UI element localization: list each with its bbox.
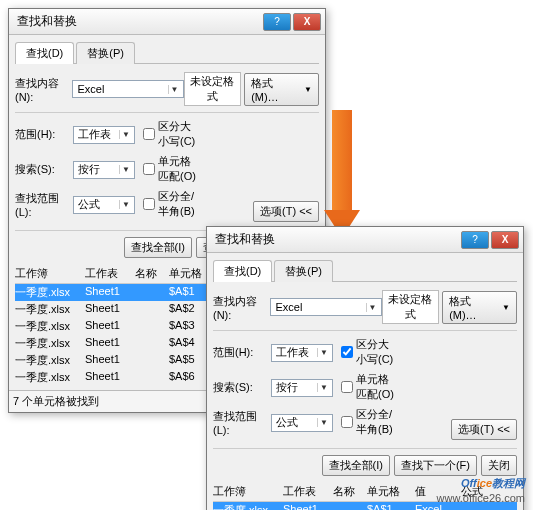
find-replace-dialog-2: 查找和替换 ? X 查找(D) 替换(P) 查找内容(N): Excel ▼ 未… [206,226,524,510]
fullhalf-checkbox[interactable]: 区分全/半角(B) [143,189,201,219]
chevron-down-icon[interactable]: ▼ [366,303,379,312]
titlebar[interactable]: 查找和替换 ? X [207,227,523,253]
tab-find[interactable]: 查找(D) [213,260,272,282]
match-case-checkbox[interactable]: 区分大小写(C) [143,119,201,149]
help-icon[interactable]: ? [461,231,489,249]
entire-cell-checkbox[interactable]: 单元格匹配(O) [143,154,201,184]
format-preview: 未设定格式 [382,290,440,324]
find-all-button[interactable]: 查找全部(I) [322,455,390,476]
match-case-checkbox[interactable]: 区分大小写(C) [341,337,399,367]
find-what-label: 查找内容(N): [15,76,72,103]
scope-label: 范围(H): [15,127,73,142]
find-all-button[interactable]: 查找全部(I) [124,237,192,258]
close-icon[interactable]: X [293,13,321,31]
chevron-down-icon[interactable]: ▼ [168,85,181,94]
search-select[interactable]: 按行▼ [73,161,135,179]
scope-select[interactable]: 工作表▼ [73,126,135,144]
format-button[interactable]: 格式(M)…▼ [244,73,319,106]
dialog-title: 查找和替换 [211,231,459,248]
tab-row: 查找(D) 替换(P) [213,259,517,282]
format-preview: 未设定格式 [184,72,242,106]
find-what-label: 查找内容(N): [213,294,270,321]
watermark: Office教程网 www.office26.com [437,469,525,504]
tab-replace[interactable]: 替换(P) [76,42,135,64]
help-icon[interactable]: ? [263,13,291,31]
format-button[interactable]: 格式(M)…▼ [442,291,517,324]
titlebar[interactable]: 查找和替换 ? X [9,9,325,35]
scope-label: 范围(H): [213,345,271,360]
options-button[interactable]: 选项(T) << [253,201,319,222]
search-select[interactable]: 按行▼ [271,379,333,397]
options-button[interactable]: 选项(T) << [451,419,517,440]
search-label: 搜索(S): [15,162,73,177]
tab-row: 查找(D) 替换(P) [15,41,319,64]
lookin-select[interactable]: 公式▼ [271,414,333,432]
find-what-input[interactable]: Excel ▼ [270,298,381,316]
dialog-title: 查找和替换 [13,13,261,30]
find-what-input[interactable]: Excel ▼ [72,80,183,98]
close-icon[interactable]: X [491,231,519,249]
lookin-label: 查找范围(L): [213,409,271,436]
lookin-select[interactable]: 公式▼ [73,196,135,214]
scope-select[interactable]: 工作表▼ [271,344,333,362]
tab-replace[interactable]: 替换(P) [274,260,333,282]
search-label: 搜索(S): [213,380,271,395]
arrow-graphic [326,110,358,240]
lookin-label: 查找范围(L): [15,191,73,218]
tab-find[interactable]: 查找(D) [15,42,74,64]
fullhalf-checkbox[interactable]: 区分全/半角(B) [341,407,399,437]
entire-cell-checkbox[interactable]: 单元格匹配(O) [341,372,399,402]
